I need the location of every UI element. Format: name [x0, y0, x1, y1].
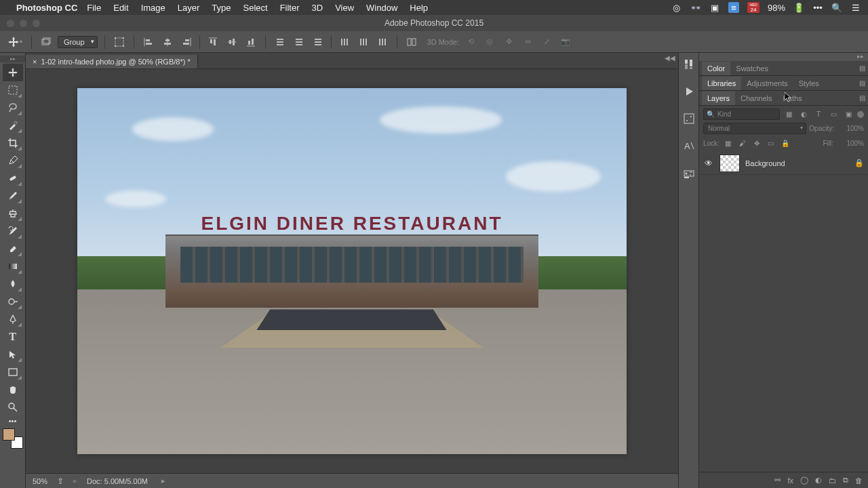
- cc-sync-icon[interactable]: ◎: [671, 2, 682, 13]
- glasses-icon[interactable]: 👓: [690, 2, 701, 13]
- menu-edit[interactable]: Edit: [113, 3, 128, 13]
- delete-layer-icon[interactable]: 🗑: [855, 476, 863, 485]
- quick-select-tool[interactable]: [3, 117, 23, 134]
- filter-type-icon[interactable]: T: [812, 109, 825, 120]
- menu-layer[interactable]: Layer: [178, 3, 200, 13]
- brush-tool[interactable]: [3, 187, 23, 205]
- libraries-tab[interactable]: Libraries: [702, 77, 741, 90]
- align-hcenter-icon[interactable]: [160, 35, 175, 49]
- color-swatches[interactable]: [3, 428, 23, 449]
- dock-paragraph-icon[interactable]: [682, 165, 696, 180]
- menu-type[interactable]: Type: [212, 3, 231, 13]
- auto-select-dropdown[interactable]: Group: [58, 36, 98, 48]
- blur-tool[interactable]: [3, 275, 23, 293]
- clone-stamp-tool[interactable]: [3, 205, 23, 222]
- menu-view[interactable]: View: [335, 3, 354, 13]
- path-select-tool[interactable]: [3, 346, 23, 363]
- layer-filter-kind[interactable]: 🔍 Kind: [703, 108, 780, 120]
- dock-histogram-icon[interactable]: [682, 111, 696, 126]
- layer-visibility-icon[interactable]: 👁: [703, 159, 714, 168]
- opacity-value[interactable]: 100%: [837, 125, 864, 132]
- gradient-tool[interactable]: [3, 258, 23, 275]
- list-icon[interactable]: ☰: [850, 2, 861, 13]
- dock-brush-presets-icon[interactable]: [682, 57, 696, 72]
- new-group-icon[interactable]: 🗀: [829, 476, 836, 485]
- collapse-panels-icon[interactable]: ◀◀: [665, 54, 675, 62]
- tools-collapse-grip[interactable]: ▸▸: [0, 56, 25, 62]
- 3d-camera-icon[interactable]: 📷: [558, 35, 573, 49]
- 3d-slide-icon[interactable]: ⇔: [520, 35, 535, 49]
- layers-tab[interactable]: Layers: [702, 92, 735, 105]
- 3d-orbit-icon[interactable]: ⟲: [463, 35, 478, 49]
- canvas[interactable]: ELGIN DINER RESTAURANT: [77, 88, 627, 454]
- calendar-date-icon[interactable]: WED 24: [747, 2, 760, 13]
- workspace-icon[interactable]: ≡: [728, 2, 739, 13]
- blend-mode-select[interactable]: Normal: [703, 123, 806, 134]
- auto-align-icon[interactable]: [404, 35, 419, 49]
- align-vcenter-icon[interactable]: [224, 35, 239, 49]
- menu-window[interactable]: Window: [366, 3, 397, 13]
- canvas-viewport[interactable]: ELGIN DINER RESTAURANT: [26, 69, 678, 473]
- panels-collapse-icon[interactable]: ▸▸: [699, 53, 868, 61]
- history-brush-tool[interactable]: [3, 222, 23, 240]
- dock-play-icon[interactable]: [682, 84, 696, 99]
- auto-select-layers-icon[interactable]: [39, 35, 54, 49]
- move-tool[interactable]: [3, 64, 23, 81]
- foreground-swatch[interactable]: [3, 428, 15, 441]
- channels-tab[interactable]: Channels: [735, 92, 777, 105]
- menu-3d[interactable]: 3D: [312, 3, 323, 13]
- layer-item-background[interactable]: 👁 Background 🔒: [699, 152, 868, 175]
- zoom-level[interactable]: 50%: [33, 477, 47, 485]
- swatches-tab[interactable]: Swatches: [730, 62, 774, 75]
- dist-right-icon[interactable]: [375, 35, 390, 49]
- color-tab[interactable]: Color: [702, 62, 730, 75]
- layer-thumbnail[interactable]: [719, 155, 740, 172]
- align-right-icon[interactable]: [179, 35, 194, 49]
- lock-pixels-icon[interactable]: 🖌: [737, 138, 748, 148]
- layer-lock-icon[interactable]: 🔒: [854, 159, 864, 167]
- more-icon[interactable]: •••: [812, 2, 823, 13]
- dist-left-icon[interactable]: [337, 35, 352, 49]
- align-bottom-icon[interactable]: [243, 35, 258, 49]
- filter-smart-icon[interactable]: ▣: [842, 109, 854, 120]
- traffic-lights[interactable]: [0, 20, 40, 27]
- align-left-icon[interactable]: [141, 35, 156, 49]
- zoom-tool[interactable]: [3, 399, 23, 416]
- layer-mask-icon[interactable]: ◯: [800, 476, 808, 485]
- dist-bottom-icon[interactable]: [311, 35, 326, 49]
- 3d-scale-icon[interactable]: ⤢: [539, 35, 554, 49]
- transform-controls-icon[interactable]: [112, 35, 127, 49]
- new-adjustment-icon[interactable]: ◐: [815, 476, 822, 485]
- layer-fx-icon[interactable]: fx: [787, 476, 793, 485]
- heal-brush-tool[interactable]: [3, 169, 23, 187]
- pen-tool[interactable]: [3, 310, 23, 328]
- hand-tool[interactable]: [3, 381, 23, 399]
- adjustments-tab[interactable]: Adjustments: [741, 77, 793, 90]
- filter-toggle[interactable]: [857, 111, 864, 118]
- menu-filter[interactable]: Filter: [280, 3, 300, 13]
- lock-transparency-icon[interactable]: ▦: [723, 138, 734, 148]
- type-tool[interactable]: T: [3, 328, 23, 346]
- doc-size[interactable]: Doc: 5.00M/5.00M: [87, 477, 148, 485]
- paths-tab[interactable]: Paths: [778, 92, 808, 105]
- eyedropper-tool[interactable]: [3, 152, 23, 169]
- menu-help[interactable]: Help: [410, 3, 428, 13]
- lasso-tool[interactable]: [3, 99, 23, 117]
- eraser-tool[interactable]: [3, 240, 23, 258]
- lock-position-icon[interactable]: ✥: [751, 138, 762, 148]
- lock-all-icon[interactable]: 🔒: [780, 138, 791, 148]
- marquee-tool[interactable]: [3, 81, 23, 99]
- search-icon[interactable]: 🔍: [831, 2, 842, 13]
- libraries-panel-menu-icon[interactable]: ▤: [859, 79, 865, 87]
- dist-top-icon[interactable]: [273, 35, 288, 49]
- layers-panel-menu-icon[interactable]: ▤: [859, 94, 865, 102]
- fill-value[interactable]: 100%: [837, 140, 864, 147]
- link-layers-icon[interactable]: ⚯: [774, 476, 781, 485]
- dock-character-icon[interactable]: A: [682, 138, 696, 153]
- filter-shape-icon[interactable]: ▭: [827, 109, 840, 120]
- 3d-roll-icon[interactable]: ◎: [482, 35, 497, 49]
- layer-name[interactable]: Background: [745, 159, 849, 167]
- new-layer-icon[interactable]: ⧉: [843, 476, 848, 485]
- align-top-icon[interactable]: [205, 35, 220, 49]
- status-menu-chevron[interactable]: ▸: [161, 476, 165, 485]
